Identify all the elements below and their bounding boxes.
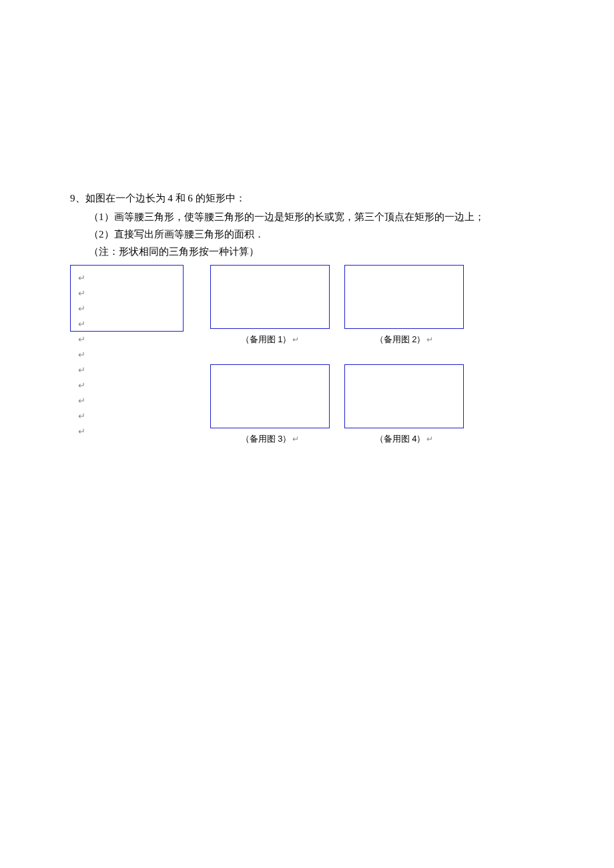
return-mark-icon: ↵ xyxy=(78,393,85,408)
figures-area: ↵ ↵ ↵ ↵ ↵ ↵ ↵ ↵ ↵ ↵ ↵ （备用图 1）↵ xyxy=(70,265,561,445)
figure-spare-2: （备用图 2）↵ xyxy=(344,265,464,346)
question-number: 9、 xyxy=(70,193,85,203)
rectangle-spare-4 xyxy=(344,364,464,428)
figure-row-1: （备用图 1）↵ （备用图 2）↵ xyxy=(70,265,561,346)
return-mark-icon: ↵ xyxy=(78,347,85,362)
caption-spare-1: （备用图 1）↵ xyxy=(241,334,300,346)
caption-spare-4: （备用图 4）↵ xyxy=(375,433,434,445)
question-header: 9、如图在一个边长为 4 和 6 的矩形中： xyxy=(70,190,561,206)
rectangle-main xyxy=(70,265,184,332)
rectangle-spare-1 xyxy=(210,265,330,329)
figure-spare-3: （备用图 3）↵ xyxy=(210,364,330,445)
return-mark-icon: ↵ xyxy=(292,434,299,444)
return-mark-icon: ↵ xyxy=(78,362,85,378)
return-mark-icon: ↵ xyxy=(78,408,85,424)
return-mark-icon: ↵ xyxy=(78,424,85,439)
return-mark-icon: ↵ xyxy=(78,286,85,301)
rectangle-spare-3 xyxy=(210,364,330,428)
question-note: （注：形状相同的三角形按一种计算） xyxy=(70,244,561,260)
return-mark-icon: ↵ xyxy=(426,434,433,444)
figure-spare-4: （备用图 4）↵ xyxy=(344,364,464,445)
return-mark-icon: ↵ xyxy=(78,301,85,316)
caption-spare-2: （备用图 2）↵ xyxy=(375,334,434,346)
return-mark-icon: ↵ xyxy=(78,316,85,332)
figure-main xyxy=(70,265,184,332)
return-mark-icon: ↵ xyxy=(292,335,299,344)
rectangle-spare-2 xyxy=(344,265,464,329)
question-part-1: （1）画等腰三角形，使等腰三角形的一边是矩形的长或宽，第三个顶点在矩形的一边上； xyxy=(70,209,561,225)
paragraph-marks-column: ↵ ↵ ↵ ↵ ↵ ↵ ↵ ↵ ↵ ↵ ↵ xyxy=(78,270,85,439)
document-page: 9、如图在一个边长为 4 和 6 的矩形中： （1）画等腰三角形，使等腰三角形的… xyxy=(0,0,614,445)
figure-spare-1: （备用图 1）↵ xyxy=(210,265,330,346)
return-mark-icon: ↵ xyxy=(426,335,433,344)
return-mark-icon: ↵ xyxy=(78,378,85,393)
return-mark-icon: ↵ xyxy=(78,270,85,286)
figure-row-2: （备用图 3）↵ （备用图 4）↵ xyxy=(70,364,561,445)
return-mark-icon: ↵ xyxy=(78,332,85,347)
question-part-2: （2）直接写出所画等腰三角形的面积． xyxy=(70,226,561,242)
question-stem: 如图在一个边长为 4 和 6 的矩形中： xyxy=(85,193,246,203)
caption-spare-3: （备用图 3）↵ xyxy=(241,433,300,445)
